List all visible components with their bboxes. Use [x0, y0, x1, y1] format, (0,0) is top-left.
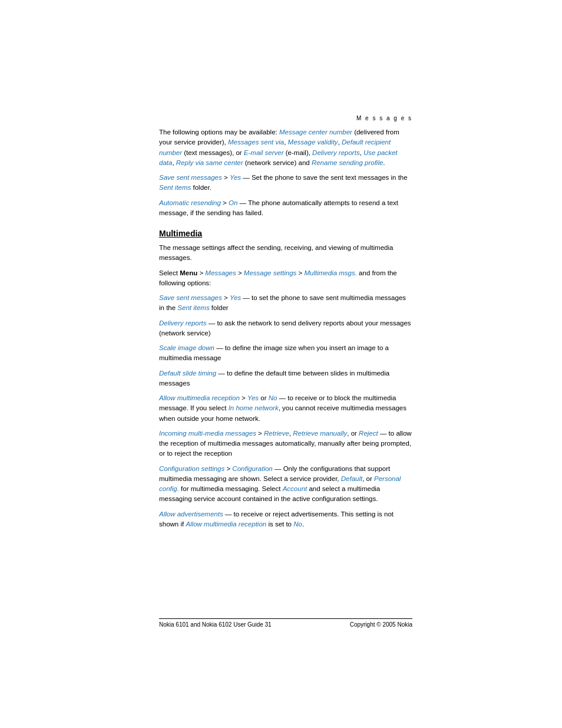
link-mm-configuration[interactable]: Configuration — [232, 465, 272, 472]
mm-save-sent-text2: folder — [210, 304, 229, 311]
intro-period: . — [383, 159, 385, 166]
link-mm-save-sent-yes[interactable]: Yes — [230, 294, 241, 301]
link-mm-allow-no[interactable]: No — [269, 394, 277, 401]
mm-allow-reception-block: Allow multimedia reception > Yes or No —… — [159, 393, 412, 424]
auto-resend-block: Automatic resending > On — The phone aut… — [159, 198, 412, 219]
mm-config-comma1: , or — [362, 475, 374, 482]
multimedia-title-text: Multimedia — [159, 229, 202, 238]
save-sent-text2: folder. — [191, 184, 211, 191]
mm-config-arrow: > — [224, 465, 232, 472]
intro-text-before: The following options may be available: — [159, 129, 279, 136]
link-mm-retrieve[interactable]: Retrieve — [264, 430, 289, 437]
link-mm-slide-timing[interactable]: Default slide timing — [159, 370, 216, 377]
mm-incoming-comma2: , or — [347, 430, 359, 437]
section-header: M e s s a g e s — [159, 115, 412, 121]
mm-slide-timing-block: Default slide timing — to define the def… — [159, 368, 412, 389]
link-delivery-reports-intro[interactable]: Delivery reports — [312, 149, 360, 156]
link-messages-nav[interactable]: Messages — [205, 269, 236, 276]
link-messages-sent-via[interactable]: Messages sent via — [228, 139, 284, 146]
link-mm-scale-image[interactable]: Scale image down — [159, 344, 214, 351]
footer-left: Nokia 6101 and Nokia 6102 User Guide 31 — [159, 621, 272, 628]
save-sent-block: Save sent messages > Yes — Set the phone… — [159, 173, 412, 193]
mm-incoming-block: Incoming multi-media messages > Retrieve… — [159, 429, 412, 459]
select-gt2: > — [236, 269, 244, 276]
link-auto-resend-on[interactable]: On — [229, 199, 237, 206]
mm-incoming-arrow: > — [256, 430, 264, 437]
link-mm-sent-items[interactable]: Sent items — [177, 304, 209, 311]
link-save-sent-yes[interactable]: Yes — [230, 174, 241, 181]
save-sent-text: — Set the phone to save the sent text me… — [241, 174, 408, 181]
select-menu-block: Select Menu > Messages > Message setting… — [159, 268, 412, 289]
mm-config-block: Configuration settings > Configuration —… — [159, 464, 412, 505]
link-mm-in-home-network[interactable]: In home network — [229, 404, 279, 411]
intro-text-2: (text messages), or — [182, 149, 244, 156]
select-menu-bold: Menu — [180, 269, 197, 276]
mm-allow-ads-period: . — [302, 521, 304, 528]
content-area: M e s s a g e s The following options ma… — [159, 115, 412, 534]
mm-config-text2: for multimedia messaging. Select — [179, 485, 283, 492]
footer-right: Copyright © 2005 Nokia — [350, 621, 412, 628]
link-reply-via-same-center[interactable]: Reply via same center — [176, 159, 243, 166]
link-rename-sending-profile[interactable]: Rename sending profile — [312, 159, 383, 166]
link-save-sent-messages[interactable]: Save sent messages — [159, 174, 222, 181]
link-mm-retrieve-manually[interactable]: Retrieve manually — [293, 430, 347, 437]
link-mm-allow-advertisements[interactable]: Allow advertisements — [159, 510, 223, 518]
intro-text-4: (network service) and — [243, 159, 312, 166]
link-sent-items[interactable]: Sent items — [159, 184, 191, 191]
mm-allow-or: or — [259, 394, 269, 401]
link-mm-no-ref[interactable]: No — [293, 521, 302, 528]
link-multimedia-msgs[interactable]: Multimedia msgs. — [304, 269, 356, 276]
link-automatic-resending[interactable]: Automatic resending — [159, 199, 221, 206]
save-sent-arrow: > — [222, 174, 230, 181]
link-message-validity[interactable]: Message validity — [288, 139, 338, 146]
intro-text-3: (e-mail), — [284, 149, 313, 156]
mm-allow-arrow: > — [240, 394, 247, 401]
link-mm-default[interactable]: Default — [341, 475, 362, 482]
link-email-server[interactable]: E-mail server — [244, 149, 284, 156]
link-message-center-number[interactable]: Message center number — [279, 129, 352, 136]
link-mm-allow-reception[interactable]: Allow multimedia reception — [159, 394, 240, 401]
mm-delivery-reports-block: Delivery reports — to ask the network to… — [159, 318, 412, 339]
multimedia-section-title: Multimedia — [159, 229, 412, 238]
link-message-settings-nav[interactable]: Message settings — [244, 269, 297, 276]
link-mm-save-sent[interactable]: Save sent messages — [159, 294, 222, 301]
footer: Nokia 6101 and Nokia 6102 User Guide 31 … — [159, 618, 412, 628]
page: M e s s a g e s The following options ma… — [0, 0, 562, 728]
multimedia-intro: The message settings affect the sending,… — [159, 243, 412, 263]
mm-allow-ads-block: Allow advertisements — to receive or rej… — [159, 509, 412, 530]
link-mm-configuration-settings[interactable]: Configuration settings — [159, 465, 224, 472]
link-mm-reject[interactable]: Reject — [359, 430, 378, 437]
auto-resend-arrow: > — [221, 199, 229, 206]
select-gt1: > — [197, 269, 205, 276]
select-gt3: > — [296, 269, 304, 276]
mm-scale-image-block: Scale image down — to define the image s… — [159, 343, 412, 364]
multimedia-intro-text: The message settings affect the sending,… — [159, 244, 393, 261]
link-mm-account[interactable]: Account — [283, 485, 308, 492]
mm-allow-ads-text2: is set to — [266, 521, 293, 528]
section-header-text: M e s s a g e s — [356, 115, 412, 121]
link-mm-delivery-reports[interactable]: Delivery reports — [159, 319, 207, 327]
link-mm-allow-reception-ref[interactable]: Allow multimedia reception — [186, 521, 266, 528]
mm-save-sent-block: Save sent messages > Yes — to set the ph… — [159, 293, 412, 314]
link-mm-allow-yes[interactable]: Yes — [247, 394, 259, 401]
mm-save-sent-arrow: > — [222, 294, 230, 301]
intro-paragraph: The following options may be available: … — [159, 127, 412, 168]
link-mm-incoming[interactable]: Incoming multi-media messages — [159, 430, 256, 437]
select-text-before: Select — [159, 269, 180, 276]
